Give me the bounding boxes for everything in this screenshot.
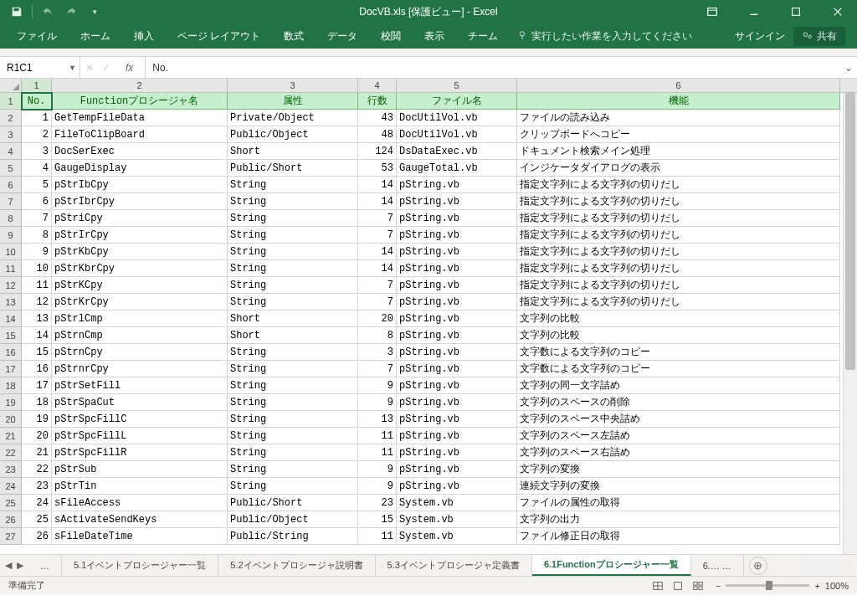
cell[interactable]: 53 <box>358 160 397 177</box>
cell[interactable]: 指定文字列による文字列の切りだし <box>517 277 840 294</box>
share-button[interactable]: 共有 <box>793 27 845 46</box>
cell[interactable]: 指定文字列による文字列の切りだし <box>517 210 840 227</box>
cell[interactable]: pStrKbrCpy <box>52 260 228 277</box>
zoom-slider[interactable] <box>726 584 809 587</box>
formula-input[interactable]: No. <box>146 62 840 74</box>
tab-review[interactable]: 校閲 <box>369 23 413 49</box>
sheet-tab[interactable]: 5.1イベントプロシージャー一覧 <box>62 555 218 576</box>
tab-home[interactable]: ホーム <box>69 23 122 49</box>
cell[interactable]: pString.vb <box>397 461 517 478</box>
row-header[interactable]: 22 <box>0 444 22 461</box>
tab-nav-prev-icon[interactable]: ◀ <box>5 560 12 571</box>
cell[interactable]: 7 <box>358 210 397 227</box>
cell[interactable]: String <box>228 428 358 444</box>
cell[interactable]: 指定文字列による文字列の切りだし <box>517 193 840 210</box>
cell[interactable]: ドキュメント検索メイン処理 <box>517 143 840 160</box>
cell[interactable]: 24 <box>22 495 52 511</box>
cell[interactable]: pStrSub <box>52 461 228 478</box>
name-box-dropdown-icon[interactable]: ▼ <box>69 64 76 72</box>
cell[interactable]: pStrnrCpy <box>52 361 228 377</box>
maximize-button[interactable] <box>777 0 815 23</box>
cell[interactable]: 9 <box>358 461 397 478</box>
cell[interactable]: ファイルの読み込み <box>517 110 840 126</box>
cell[interactable]: 23 <box>22 478 52 495</box>
cell[interactable]: pString.vb <box>397 377 517 394</box>
cell[interactable]: pString.vb <box>397 344 517 361</box>
cell[interactable]: 11 <box>358 528 397 545</box>
cell[interactable]: Short <box>228 311 358 327</box>
row-header[interactable]: 11 <box>0 260 22 277</box>
cell[interactable]: 9 <box>358 377 397 394</box>
cell[interactable]: pStrKrCpy <box>52 294 228 311</box>
cell[interactable]: String <box>228 344 358 361</box>
sheet-tab[interactable]: 5.3イベントプロシージャ定義書 <box>376 555 532 576</box>
cell[interactable]: 7 <box>358 227 397 244</box>
cell[interactable]: 7 <box>358 277 397 294</box>
grid[interactable]: 1No.Functionプロシージャ名属性行数ファイル名機能21GetTempF… <box>0 93 857 545</box>
cell[interactable]: String <box>228 227 358 244</box>
cell[interactable]: GetTempFileData <box>52 110 228 126</box>
row-header[interactable]: 17 <box>0 361 22 377</box>
normal-view-button[interactable] <box>649 578 667 593</box>
cell[interactable]: pString.vb <box>397 227 517 244</box>
cell[interactable]: pStrnCmp <box>52 327 228 344</box>
cell[interactable]: 43 <box>358 110 397 126</box>
cell[interactable]: ファイルの属性の取得 <box>517 495 840 511</box>
cell[interactable]: 文字列のスペースの削除 <box>517 394 840 411</box>
cell[interactable]: 124 <box>358 143 397 160</box>
sheet-tab[interactable]: 6.1Functionプロシージャー一覧 <box>532 555 691 576</box>
cell[interactable]: System.vb <box>397 511 517 528</box>
cell[interactable]: 2 <box>22 126 52 143</box>
cell[interactable]: String <box>228 444 358 461</box>
cell[interactable]: 17 <box>22 377 52 394</box>
add-sheet-button[interactable]: ⊕ <box>749 557 767 575</box>
select-all-corner[interactable] <box>0 79 22 92</box>
row-header[interactable]: 4 <box>0 143 22 160</box>
cell[interactable]: System.vb <box>397 495 517 511</box>
qat-customize-button[interactable]: ▾ <box>85 2 105 22</box>
cell[interactable]: pString.vb <box>397 277 517 294</box>
row-header[interactable]: 21 <box>0 428 22 444</box>
cell[interactable]: 7 <box>358 294 397 311</box>
tell-me-box[interactable]: 実行したい作業を入力してください <box>516 29 692 44</box>
cell[interactable]: pString.vb <box>397 244 517 260</box>
cell[interactable]: String <box>228 377 358 394</box>
cell[interactable]: String <box>228 210 358 227</box>
row-header[interactable]: 15 <box>0 327 22 344</box>
cell[interactable]: pString.vb <box>397 394 517 411</box>
cell[interactable]: 10 <box>22 260 52 277</box>
horizontal-scrollbar[interactable] <box>802 560 852 572</box>
cell[interactable]: 連続文字列の変換 <box>517 478 840 495</box>
cell[interactable]: pStrSpaCut <box>52 394 228 411</box>
cell[interactable]: GaugeDisplay <box>52 160 228 177</box>
cell[interactable]: クリップボードへコピー <box>517 126 840 143</box>
cell[interactable]: pStrKbCpy <box>52 244 228 260</box>
row-header[interactable]: 6 <box>0 177 22 193</box>
cell[interactable]: 7 <box>358 361 397 377</box>
page-break-view-button[interactable] <box>689 578 707 593</box>
cell[interactable]: pString.vb <box>397 478 517 495</box>
row-header[interactable]: 1 <box>0 93 22 110</box>
cell[interactable]: 26 <box>22 528 52 545</box>
cell[interactable]: 11 <box>358 444 397 461</box>
cell[interactable]: 15 <box>358 511 397 528</box>
cell[interactable]: String <box>228 260 358 277</box>
cell[interactable]: GaugeTotal.vb <box>397 160 517 177</box>
row-header[interactable]: 25 <box>0 495 22 511</box>
cell[interactable]: 9 <box>358 478 397 495</box>
cell[interactable]: pStrIrCpy <box>52 227 228 244</box>
cell[interactable]: Private/Object <box>228 110 358 126</box>
cell[interactable]: 指定文字列による文字列の切りだし <box>517 294 840 311</box>
signin-link[interactable]: サインイン <box>735 29 785 44</box>
cell[interactable]: 11 <box>22 277 52 294</box>
row-header[interactable]: 5 <box>0 160 22 177</box>
cell[interactable]: pString.vb <box>397 428 517 444</box>
cell[interactable]: String <box>228 461 358 478</box>
cell[interactable]: Public/String <box>228 528 358 545</box>
cell[interactable]: DocUtilVol.vb <box>397 126 517 143</box>
cell[interactable]: DsDataExec.vb <box>397 143 517 160</box>
cell[interactable]: 文字列の同一文字詰め <box>517 377 840 394</box>
save-button[interactable] <box>7 2 27 22</box>
cell[interactable]: sFileAccess <box>52 495 228 511</box>
row-header[interactable]: 13 <box>0 294 22 311</box>
